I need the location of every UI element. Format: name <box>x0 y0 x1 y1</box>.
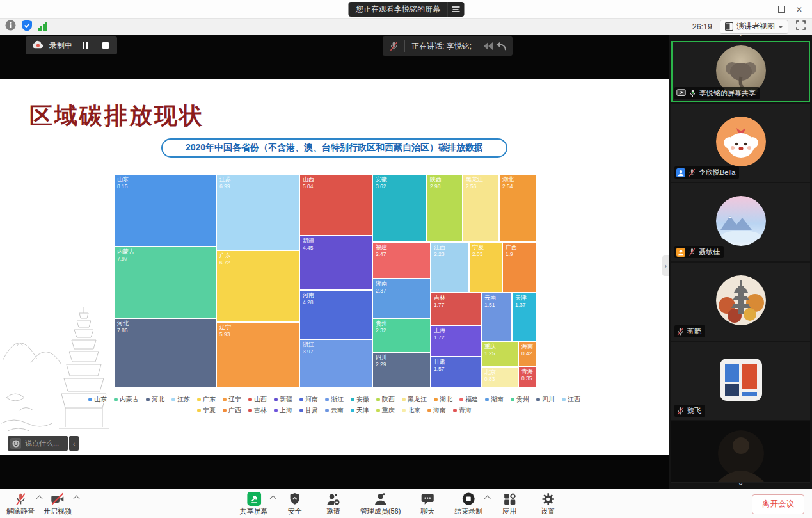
legend-item: 江苏 <box>171 395 190 404</box>
participant-tile[interactable] <box>671 421 810 483</box>
members-button[interactable]: 管理成员(56) <box>360 491 401 515</box>
legend-item: 贵州 <box>511 395 529 404</box>
mic-muted-icon <box>676 407 685 416</box>
treemap-cell-新疆: 新疆4.45 <box>299 236 372 290</box>
participant-nameplate: 李悦铭的屏幕共享 <box>674 87 760 99</box>
scroll-up-icon[interactable]: ⌃ <box>669 35 812 41</box>
participant-name: 李悦铭的屏幕共享 <box>699 88 756 98</box>
chevron-up-icon[interactable] <box>36 496 43 502</box>
legend-item: 黑龙江 <box>402 395 427 404</box>
participant-tile[interactable]: 李欣悦Bella <box>671 104 810 182</box>
share-screen-button[interactable]: 共享屏幕 <box>240 491 268 515</box>
emoji-icon[interactable] <box>10 438 21 449</box>
legend-item: 天津 <box>351 406 369 415</box>
pause-recording-button[interactable] <box>77 38 93 53</box>
treemap-cell-四川: 四川2.29 <box>372 352 431 387</box>
legend-item: 广西 <box>223 406 241 415</box>
banner-menu-icon[interactable] <box>447 2 464 17</box>
chevron-up-icon[interactable] <box>484 496 491 502</box>
stop-record-icon <box>461 491 475 506</box>
camera-off-icon <box>51 491 65 506</box>
treemap-cell-广东: 广东6.72 <box>216 250 299 322</box>
participant-tiles: 李悦铭的屏幕共享李欣悦Bella聂敏佳蒋晓魏飞 <box>669 41 812 483</box>
slide-subtitle: 2020年中国各省份（不含港、澳、台特别行政区和西藏自治区）碳排放数据 <box>161 138 507 158</box>
treemap-cell-陕西: 陕西2.98 <box>427 174 463 242</box>
treemap-cell-重庆: 重庆1.25 <box>481 341 518 367</box>
sidebar-collapse-handle[interactable]: › <box>662 255 669 276</box>
treemap-cell-河北: 河北7.86 <box>114 318 216 387</box>
chevron-up-icon[interactable] <box>74 496 80 502</box>
stop-record-button[interactable]: 结束录制 <box>454 491 482 515</box>
minimize-button[interactable]: — <box>754 0 772 19</box>
legend-item: 江西 <box>562 395 580 404</box>
treemap-cell-福建: 福建2.47 <box>372 242 431 279</box>
recording-indicator: 录制中 <box>26 36 117 54</box>
active-speaker-label: 正在讲话: 李悦铭; <box>405 41 481 52</box>
mic-off-button[interactable]: 解除静音 <box>6 491 35 515</box>
treemap-cell-内蒙古: 内蒙古7.97 <box>114 247 216 318</box>
legend-item: 河南 <box>299 395 318 404</box>
treemap-cell-贵州: 贵州2.32 <box>372 318 431 352</box>
screen-share-icon <box>676 89 686 97</box>
mic-muted-icon <box>676 327 685 336</box>
view-mode-button[interactable]: 演讲者视图 <box>720 20 788 34</box>
meeting-duration: 26:19 <box>692 22 712 31</box>
fullscreen-icon[interactable] <box>796 20 806 33</box>
treemap-cell-海南: 海南0.42 <box>518 341 536 366</box>
chat-placeholder: 说点什么... <box>25 439 59 448</box>
shield-button[interactable]: 安全 <box>283 491 306 515</box>
slide-title: 区域碳排放现状 <box>29 101 204 132</box>
legend-item: 新疆 <box>274 395 292 404</box>
toolbar-button-label: 设置 <box>541 506 555 515</box>
close-button[interactable]: ✕ <box>790 0 808 19</box>
participant-tile[interactable]: 聂敏佳 <box>671 183 810 261</box>
restore-button[interactable] <box>772 0 790 19</box>
info-icon[interactable] <box>5 20 16 33</box>
annotation-arrows-icon[interactable] <box>481 40 513 52</box>
toolbar-left-group: 解除静音开启视频 <box>6 491 72 515</box>
participant-nameplate: 蒋晓 <box>674 325 705 337</box>
treemap-cell-江苏: 江苏6.99 <box>216 174 299 250</box>
treemap-cell-山东: 山东8.15 <box>114 174 216 247</box>
settings-button[interactable]: 设置 <box>536 491 559 515</box>
legend-item: 辽宁 <box>223 395 241 404</box>
chevron-up-icon[interactable] <box>269 496 276 502</box>
stop-recording-button[interactable] <box>98 38 113 53</box>
scroll-down-icon[interactable]: ⌄ <box>669 480 812 486</box>
participant-name: 李欣悦Bella <box>699 168 735 177</box>
chat-button[interactable]: 聊天 <box>416 491 439 515</box>
share-screen-icon <box>247 491 261 506</box>
treemap-cell-辽宁: 辽宁5.93 <box>216 322 299 387</box>
muted-mic-icon <box>383 40 405 52</box>
security-shield-icon[interactable] <box>22 20 32 34</box>
window-titlebar: 您正在观看李悦铭的屏幕 — ✕ <box>0 0 812 19</box>
leave-meeting-button[interactable]: 离开会议 <box>752 494 804 514</box>
treemap-cell-安徽: 安徽3.62 <box>372 174 427 242</box>
apps-button[interactable]: 应用 <box>498 491 521 515</box>
legend-item: 海南 <box>427 406 446 415</box>
settings-icon <box>541 491 555 506</box>
camera-off-button[interactable]: 开启视频 <box>44 491 72 515</box>
legend-item: 山东 <box>88 395 107 404</box>
meeting-toolbar-top: 26:19 演讲者视图 <box>0 19 812 35</box>
treemap-cell-宁夏: 宁夏2.03 <box>469 242 502 293</box>
meeting-toolbar-bottom: 解除静音开启视频 共享屏幕安全邀请管理成员(56)聊天结束录制应用设置 离开会议 <box>0 489 812 518</box>
legend-item: 吉林 <box>248 406 267 415</box>
participant-name: 魏飞 <box>687 406 701 416</box>
mic-off-icon <box>15 491 27 506</box>
participant-tile[interactable]: 蒋晓 <box>671 263 810 341</box>
network-signal-icon[interactable] <box>38 22 47 31</box>
participant-tile[interactable]: 李悦铭的屏幕共享 <box>671 41 810 102</box>
legend-item: 内蒙古 <box>114 395 139 404</box>
legend-item: 湖南 <box>485 395 504 404</box>
members-icon <box>373 491 388 506</box>
legend-item: 甘肃 <box>299 406 318 415</box>
invite-button[interactable]: 邀请 <box>322 491 345 515</box>
chat-input[interactable]: 说点什么... <box>8 436 68 451</box>
treemap-cell-吉林: 吉林1.77 <box>431 293 481 325</box>
chat-collapse-button[interactable]: ‹ <box>69 436 79 451</box>
participant-nameplate: 李欣悦Bella <box>674 166 739 179</box>
shared-screen-area: 录制中 正在讲话: 李悦铭; 区域碳排放现状 2020年中国各省份（不含港、澳、… <box>0 35 669 489</box>
legend-item: 浙江 <box>325 395 344 404</box>
participant-tile[interactable]: 魏飞 <box>671 342 810 420</box>
